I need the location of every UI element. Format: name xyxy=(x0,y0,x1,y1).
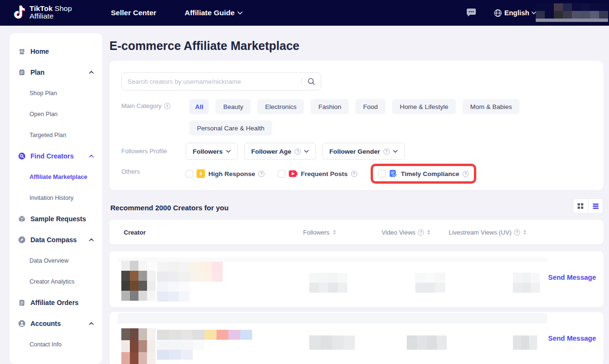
search-box xyxy=(121,72,321,90)
followers-value-blurred xyxy=(309,273,347,293)
high-response-checkbox[interactable] xyxy=(186,170,193,177)
sidebar-item-shop-plan[interactable]: Shop Plan xyxy=(10,83,102,104)
tiktok-logo[interactable]: TikTok Shop Affiliate xyxy=(13,5,72,20)
creator-name-blurred xyxy=(157,262,223,302)
sidebar-item-home[interactable]: Home xyxy=(10,41,102,62)
view-toggle xyxy=(573,198,603,214)
sidebar-item-invitation-history[interactable]: Invitation History xyxy=(10,187,102,208)
livestream-views-value-blurred xyxy=(513,273,540,293)
grid-view-icon[interactable] xyxy=(573,199,588,213)
home-icon xyxy=(18,48,26,55)
category-chip-all[interactable]: All xyxy=(189,99,209,114)
help-icon[interactable] xyxy=(418,229,424,236)
others-label: Others xyxy=(121,168,140,175)
chevron-up-icon[interactable] xyxy=(89,71,94,74)
sort-icon[interactable] xyxy=(333,230,336,235)
chevron-up-icon[interactable] xyxy=(89,238,94,241)
sidebar-item-creator-analytics[interactable]: Creator Analytics xyxy=(10,271,102,292)
logo-text: TikTok Shop Affiliate xyxy=(29,5,72,20)
help-icon[interactable] xyxy=(164,103,170,109)
blurred-band xyxy=(118,313,547,324)
video-views-value-blurred xyxy=(415,273,445,293)
filter-card: Main Category All Beauty Electronics Fas… xyxy=(109,61,603,190)
results-heading: Recommend 2000 Creators for you xyxy=(110,204,228,212)
main-content: E-commerce Affiliate Marketplace Main Ca… xyxy=(109,26,603,364)
column-video-views[interactable]: Video Views xyxy=(382,220,430,245)
follower-age-dropdown[interactable]: Follower Age xyxy=(244,143,316,160)
help-icon[interactable] xyxy=(383,148,390,155)
main-category-label: Main Category xyxy=(121,102,170,109)
sidebar-item-contact-info[interactable]: Contact Info xyxy=(10,334,102,355)
category-chips: All Beauty Electronics Fashion Food Home… xyxy=(189,99,520,114)
nav-seller-center[interactable]: Seller Center xyxy=(111,0,157,26)
follower-gender-dropdown[interactable]: Follower Gender xyxy=(322,143,405,160)
sidebar-item-affiliate-marketplace[interactable]: Affiliate Marketplace xyxy=(10,167,102,187)
sidebar-item-affiliate-orders[interactable]: Affiliate Orders xyxy=(10,292,102,313)
sort-icon[interactable] xyxy=(427,230,430,235)
timely-compliance-checkbox[interactable] xyxy=(378,170,386,177)
chevron-up-icon[interactable] xyxy=(89,322,94,325)
sidebar-item-data-compass[interactable]: Data Compass xyxy=(10,229,102,250)
sidebar-item-plan[interactable]: Plan xyxy=(10,62,102,83)
sidebar-item-accounts[interactable]: Accounts xyxy=(10,313,102,334)
sidebar-item-sample-requests[interactable]: Sample Requests xyxy=(10,208,102,229)
column-livestream-views[interactable]: Livestream Views (UV) xyxy=(449,220,526,245)
chevron-up-icon[interactable] xyxy=(89,155,94,157)
sort-icon[interactable] xyxy=(523,230,526,235)
livestream-views-value-blurred xyxy=(513,335,537,350)
help-icon[interactable] xyxy=(514,229,520,236)
followers-value-blurred xyxy=(309,335,355,350)
sidebar-item-find-creators[interactable]: Find Creators xyxy=(10,146,102,167)
account-info-blurred[interactable] xyxy=(536,3,608,22)
frequent-posts-checkbox[interactable] xyxy=(278,170,285,177)
compass-icon xyxy=(18,236,26,244)
creator-row[interactable]: Send Message xyxy=(109,251,603,307)
help-icon[interactable] xyxy=(295,148,301,155)
creator-name-blurred xyxy=(157,330,252,360)
search-input[interactable] xyxy=(122,78,301,85)
results-bar: Recommend 2000 Creators for you xyxy=(109,201,603,217)
chevron-down-icon xyxy=(304,150,309,153)
frequent-posts-option: Frequent Posts xyxy=(278,169,357,178)
video-views-value-blurred xyxy=(407,335,447,350)
followers-dropdown[interactable]: Followers xyxy=(186,143,238,160)
send-message-button[interactable]: Send Message xyxy=(548,274,596,281)
clipboard-icon xyxy=(18,299,26,306)
send-message-button[interactable]: Send Message xyxy=(548,334,596,342)
chevron-down-icon xyxy=(226,150,231,153)
creator-avatar-blurred xyxy=(121,261,156,301)
category-chip-home-lifestyle[interactable]: Home & Lifestyle xyxy=(392,99,456,114)
tiktok-note-icon xyxy=(13,5,26,20)
chat-bubble-icon[interactable] xyxy=(466,8,476,17)
search-circle-icon xyxy=(18,152,26,160)
lightning-badge-icon xyxy=(196,169,205,178)
page-title: E-commerce Affiliate Marketplace xyxy=(109,39,299,53)
sidebar-item-targeted-plan[interactable]: Targeted Plan xyxy=(10,125,102,146)
help-icon[interactable] xyxy=(462,171,469,177)
top-nav: TikTok Shop Affiliate Seller Center Affi… xyxy=(0,0,609,26)
plan-icon xyxy=(18,69,26,76)
globe-icon xyxy=(494,9,502,17)
creator-row[interactable]: Send Message xyxy=(109,312,603,364)
category-chips-row2: Personal Care & Health xyxy=(189,120,272,136)
language-selector[interactable]: English xyxy=(494,0,536,26)
package-icon xyxy=(18,215,26,223)
category-chip-beauty[interactable]: Beauty xyxy=(216,99,251,114)
category-chip-fashion[interactable]: Fashion xyxy=(311,99,349,114)
chevron-down-icon xyxy=(237,11,243,15)
category-chip-mom-babies[interactable]: Mom & Babies xyxy=(462,99,520,114)
nav-affiliate-guide[interactable]: Affiliate Guide xyxy=(185,0,243,26)
category-chip-personal-care-health[interactable]: Personal Care & Health xyxy=(189,120,272,136)
chevron-down-icon xyxy=(393,150,398,153)
column-followers[interactable]: Followers xyxy=(303,220,336,245)
followers-profile-dropdowns: Followers Follower Age Follower Gender xyxy=(186,143,405,160)
creator-avatar-blurred xyxy=(121,328,156,364)
list-view-icon[interactable] xyxy=(589,199,603,213)
sidebar-item-open-plan[interactable]: Open Plan xyxy=(10,104,102,125)
category-chip-electronics[interactable]: Electronics xyxy=(257,99,304,114)
help-icon[interactable] xyxy=(258,171,265,177)
search-icon[interactable] xyxy=(302,78,321,86)
sidebar-item-data-overview[interactable]: Data Overview xyxy=(10,250,102,271)
category-chip-food[interactable]: Food xyxy=(355,99,385,114)
help-icon[interactable] xyxy=(351,171,357,177)
